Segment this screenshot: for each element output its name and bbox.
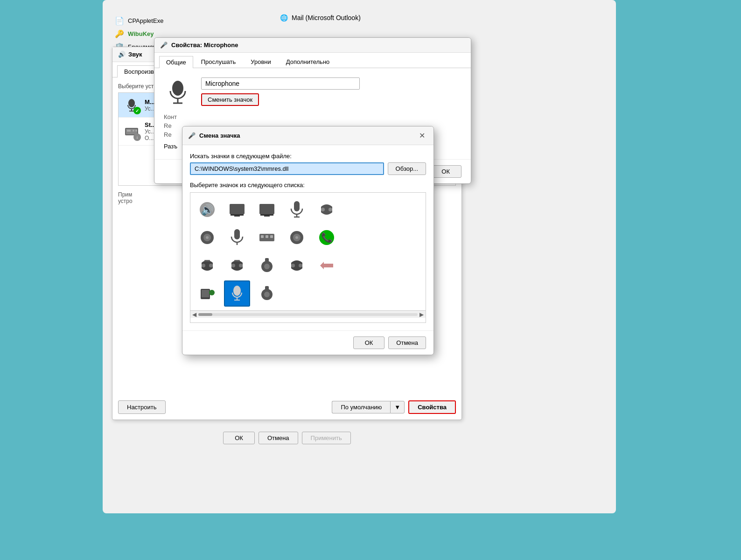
svg-rect-50 bbox=[202, 290, 209, 297]
svg-rect-46 bbox=[265, 258, 269, 263]
change-icon-cancel-button[interactable]: Отмена bbox=[388, 336, 426, 349]
browse-button[interactable]: Обзор... bbox=[388, 162, 426, 175]
icon-cell-8[interactable] bbox=[284, 224, 310, 251]
scroll-thumb bbox=[198, 313, 212, 316]
default-button[interactable]: По умолчанию bbox=[332, 401, 390, 413]
globe-icon: 🌐 bbox=[280, 14, 288, 21]
sound-ok-button[interactable]: ОК bbox=[223, 432, 255, 444]
change-icon-ok-button[interactable]: ОК bbox=[353, 336, 385, 349]
default-dropdown: По умолчанию ▼ bbox=[332, 400, 405, 414]
change-icon-button[interactable]: Сменить значок bbox=[201, 93, 259, 106]
svg-point-42 bbox=[239, 264, 243, 267]
svg-rect-30 bbox=[261, 235, 264, 238]
svg-point-52 bbox=[233, 286, 241, 296]
properties-title-icon: 🎤 bbox=[160, 42, 168, 49]
icon-cell-7[interactable] bbox=[254, 224, 280, 251]
device-name-input[interactable] bbox=[201, 77, 360, 90]
scroll-left-arrow[interactable]: ◀ bbox=[192, 311, 196, 318]
svg-point-8 bbox=[172, 81, 183, 96]
tab-listen[interactable]: Прослушать bbox=[194, 56, 243, 68]
svg-rect-17 bbox=[260, 214, 273, 216]
sound-window-footer: ОК Отмена Применить bbox=[112, 432, 462, 444]
file-row: Обзор... bbox=[190, 162, 426, 175]
icon-list-label: Выберите значок из следующего списка: bbox=[190, 182, 426, 189]
svg-point-23 bbox=[329, 208, 332, 211]
tab-general[interactable]: Общие bbox=[159, 56, 193, 68]
mic-device-icon bbox=[123, 97, 140, 113]
icon-cell-10[interactable] bbox=[194, 252, 220, 279]
tab-levels[interactable]: Уровни bbox=[244, 56, 278, 68]
svg-text:🔊: 🔊 bbox=[201, 203, 214, 216]
svg-rect-5 bbox=[127, 130, 131, 132]
svg-point-47 bbox=[291, 264, 295, 267]
icon-cell-11[interactable] bbox=[224, 252, 250, 279]
default-dropdown-arrow[interactable]: ▼ bbox=[390, 401, 405, 413]
topbar: 🌐 Mail (Microsoft Outlook) bbox=[280, 14, 361, 21]
svg-rect-6 bbox=[133, 130, 134, 132]
scroll-track[interactable] bbox=[198, 313, 418, 316]
sound-window-buttons: Настроить По умолчанию ▼ Свойства bbox=[112, 395, 461, 420]
properties-dialog-tabs: Общие Прослушать Уровни Дополнительно bbox=[154, 53, 471, 68]
sidebar-item-cpapplet[interactable]: 📄 CPAppletExe bbox=[112, 14, 205, 27]
svg-rect-14 bbox=[231, 214, 244, 216]
svg-rect-43 bbox=[234, 260, 240, 261]
icon-cell-5[interactable] bbox=[194, 224, 220, 251]
icon-cell-9[interactable]: 📞 bbox=[314, 224, 340, 251]
svg-point-41 bbox=[231, 264, 235, 267]
file-label: Искать значки в следующем файле: bbox=[190, 153, 426, 160]
change-icon-close-button[interactable]: ✕ bbox=[416, 130, 428, 141]
down-badge bbox=[133, 133, 141, 141]
icon-cell-3[interactable] bbox=[284, 196, 310, 223]
svg-rect-16 bbox=[259, 204, 274, 214]
properties-mic-icon bbox=[164, 78, 192, 106]
change-icon-titlebar: 🎤 Смена значка ✕ bbox=[182, 126, 433, 145]
svg-point-22 bbox=[321, 208, 325, 211]
device-name-field-container: Сменить значок bbox=[201, 77, 461, 106]
properties-dialog-title: 🎤 Свойства: Microphone bbox=[154, 38, 471, 53]
svg-point-26 bbox=[206, 236, 209, 239]
svg-point-51 bbox=[209, 290, 215, 295]
icon-cell-1[interactable] bbox=[224, 196, 250, 223]
svg-rect-40 bbox=[204, 260, 210, 261]
card-device-icon bbox=[123, 123, 140, 140]
svg-point-35 bbox=[295, 236, 298, 239]
properties-ok-button[interactable]: ОК bbox=[430, 165, 461, 178]
svg-rect-32 bbox=[270, 235, 273, 238]
svg-point-48 bbox=[299, 264, 302, 267]
tab-advanced[interactable]: Дополнительно bbox=[279, 56, 337, 68]
change-icon-dialog: 🎤 Смена значка ✕ Искать значки в следующ… bbox=[182, 126, 434, 355]
icon-cell-2[interactable] bbox=[254, 196, 280, 223]
icon-cell-12[interactable] bbox=[254, 252, 280, 279]
icon-grid-container: 🔊 bbox=[190, 192, 426, 323]
icon-cell-14[interactable] bbox=[314, 252, 340, 279]
scroll-right-arrow[interactable]: ▶ bbox=[419, 311, 424, 318]
file-path-input[interactable] bbox=[190, 162, 384, 175]
svg-rect-7 bbox=[135, 130, 137, 132]
icon-cell-16[interactable] bbox=[224, 280, 250, 307]
change-icon-title-icon: 🎤 bbox=[188, 132, 196, 139]
svg-rect-31 bbox=[266, 235, 268, 238]
wibukey-icon: 🔑 bbox=[115, 29, 124, 38]
svg-point-39 bbox=[209, 264, 213, 267]
sound-apply-button[interactable]: Применить bbox=[302, 432, 351, 444]
change-icon-content: Искать значки в следующем файле: Обзор..… bbox=[182, 145, 433, 330]
icon-grid-scrollbar[interactable]: ◀ ▶ bbox=[190, 310, 426, 318]
icon-cell-0[interactable]: 🔊 bbox=[194, 196, 220, 223]
icon-cell-17[interactable] bbox=[254, 280, 280, 307]
svg-point-0 bbox=[128, 99, 135, 107]
svg-point-45 bbox=[264, 264, 270, 269]
svg-rect-27 bbox=[234, 229, 240, 239]
svg-text:📞: 📞 bbox=[321, 232, 333, 243]
svg-rect-13 bbox=[230, 204, 245, 214]
icon-cell-15[interactable] bbox=[194, 280, 220, 307]
svg-rect-19 bbox=[294, 201, 300, 211]
icon-cell-13[interactable] bbox=[284, 252, 310, 279]
properties-button[interactable]: Свойства bbox=[408, 400, 456, 414]
icon-cell-6[interactable] bbox=[224, 224, 250, 251]
sound-cancel-button[interactable]: Отмена bbox=[259, 432, 298, 444]
change-icon-footer: ОК Отмена bbox=[182, 330, 433, 355]
configure-button[interactable]: Настроить bbox=[118, 400, 166, 414]
icon-cell-4[interactable] bbox=[314, 196, 340, 223]
svg-rect-15 bbox=[234, 216, 240, 217]
mail-label: Mail (Microsoft Outlook) bbox=[292, 14, 361, 21]
